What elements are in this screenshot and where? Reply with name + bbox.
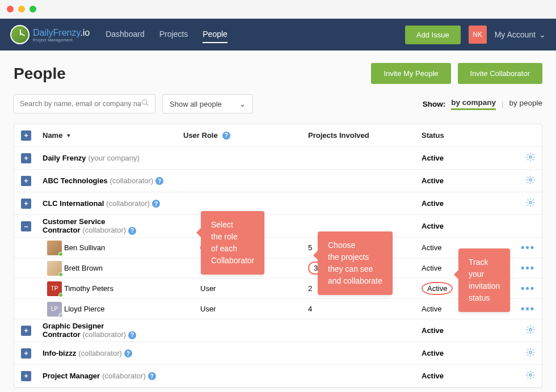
gear-icon[interactable] xyxy=(526,175,535,187)
gear-icon[interactable] xyxy=(526,348,535,359)
svg-point-3 xyxy=(529,179,532,181)
avatar[interactable] xyxy=(47,241,62,255)
svg-line-1 xyxy=(146,104,149,106)
person-role[interactable]: User xyxy=(200,284,308,293)
nav-people[interactable]: People xyxy=(203,26,228,43)
col-status: Status xyxy=(422,131,501,140)
col-projects: Projects Involved xyxy=(308,131,422,140)
status-text: Active xyxy=(422,176,501,185)
more-actions-icon[interactable]: ••• xyxy=(521,303,535,315)
status-text: Active xyxy=(422,222,501,230)
table-header: + Name▼ User Role? Projects Involved Sta… xyxy=(14,124,542,147)
people-filter-select[interactable]: Show all people ⌄ xyxy=(162,94,253,113)
show-by-people[interactable]: by people xyxy=(509,99,542,109)
callout-status: Track your invitation status xyxy=(458,248,510,312)
logo-text: DailyFrenzy.io Project Management xyxy=(33,28,90,42)
expand-icon[interactable]: + xyxy=(21,153,31,163)
status-text: Active xyxy=(422,154,501,162)
group-name: ABC Technologies xyxy=(43,176,108,185)
nav-projects[interactable]: Projects xyxy=(159,26,188,43)
person-name[interactable]: Timothy Peters xyxy=(64,284,200,293)
help-icon[interactable]: ? xyxy=(128,331,136,339)
search-input[interactable] xyxy=(20,100,141,108)
my-account-dropdown[interactable]: My Account ⌄ xyxy=(495,30,546,39)
avatar[interactable] xyxy=(47,261,62,276)
chevron-down-icon: ⌄ xyxy=(539,30,546,39)
table-row-group: + Info-bizzz(collaborator)? Active xyxy=(14,342,542,365)
svg-point-5 xyxy=(529,328,532,331)
maximize-window-icon[interactable] xyxy=(30,6,36,12)
col-name[interactable]: Name▼ xyxy=(43,131,183,140)
person-name[interactable]: Ben Sullivan xyxy=(64,243,200,252)
expand-icon[interactable]: + xyxy=(21,176,31,186)
presence-dot-icon xyxy=(58,293,63,297)
callout-projects: Choose the projects they can see and col… xyxy=(318,231,393,295)
show-by-company[interactable]: by company xyxy=(451,98,496,110)
logo[interactable]: DailyFrenzy.io Project Management xyxy=(10,25,90,44)
status-text: Active xyxy=(422,349,501,357)
gear-icon[interactable] xyxy=(526,325,535,336)
invite-collaborator-button[interactable]: Invite Collaborator xyxy=(458,63,543,84)
group-name: Info-bizzz xyxy=(43,349,76,357)
expand-icon[interactable]: + xyxy=(21,371,31,381)
close-window-icon[interactable] xyxy=(7,6,14,12)
more-actions-icon[interactable]: ••• xyxy=(521,283,535,294)
svg-point-2 xyxy=(529,156,532,158)
brand-name: DailyFrenzy xyxy=(33,28,80,37)
window-controls xyxy=(0,0,556,19)
avatar[interactable]: LP xyxy=(47,302,62,317)
expand-icon[interactable]: + xyxy=(21,326,31,336)
expand-icon[interactable]: + xyxy=(21,348,31,359)
presence-dot-icon xyxy=(58,252,63,256)
user-avatar[interactable]: NK xyxy=(469,26,487,44)
brand-tagline: Project Management xyxy=(33,38,90,42)
top-nav: DailyFrenzy.io Project Management Dashbo… xyxy=(0,19,556,50)
group-meta: (collaborator) xyxy=(78,349,122,357)
gear-icon[interactable] xyxy=(526,153,535,164)
help-icon[interactable]: ? xyxy=(222,132,230,140)
nav-right: Add Issue NK My Account ⌄ xyxy=(405,26,546,44)
collapse-icon[interactable]: – xyxy=(21,221,31,231)
callout-role: Select the role of each Collaborator xyxy=(201,211,264,275)
svg-point-0 xyxy=(142,100,147,104)
person-role[interactable]: User xyxy=(200,305,308,313)
presence-dot-icon xyxy=(58,272,63,277)
more-actions-icon[interactable]: ••• xyxy=(521,242,535,254)
gear-icon[interactable] xyxy=(526,198,535,209)
more-actions-icon[interactable]: ••• xyxy=(521,262,535,274)
invite-my-people-button[interactable]: Invite My People xyxy=(371,63,450,84)
col-role: User Role? xyxy=(183,131,308,140)
help-icon[interactable]: ? xyxy=(152,200,160,208)
group-meta: (collaborator) xyxy=(110,176,154,185)
nav-dashboard[interactable]: Dashboard xyxy=(106,26,145,43)
group-meta: (collaborator) xyxy=(106,199,150,208)
sort-caret-icon: ▼ xyxy=(66,133,71,138)
help-icon[interactable]: ? xyxy=(124,349,132,357)
table-row-group: + Daily Frenzy(your company) Active xyxy=(14,147,542,170)
group-name: Daily Frenzy xyxy=(43,154,86,162)
table-row-group: + CLC International(collaborator)? Activ… xyxy=(14,192,542,215)
add-issue-button[interactable]: Add Issue xyxy=(405,26,461,44)
group-meta: (collaborator) xyxy=(82,330,126,339)
person-name[interactable]: Lloyd Pierce xyxy=(64,305,200,313)
avatar[interactable]: TP xyxy=(47,281,62,296)
group-meta: (collaborator) xyxy=(102,372,146,380)
nav-links: Dashboard Projects People xyxy=(106,26,228,43)
help-icon[interactable]: ? xyxy=(148,372,156,380)
search-box[interactable] xyxy=(14,94,155,113)
table-row-group: + Graphic Designer Contractor(collaborat… xyxy=(14,319,542,342)
help-icon[interactable]: ? xyxy=(128,227,136,235)
gear-icon[interactable] xyxy=(526,370,535,382)
filter-bar: Show all people ⌄ Show: by company | by … xyxy=(14,94,542,113)
my-account-label: My Account xyxy=(495,30,536,39)
show-toggle: Show: by company | by people xyxy=(423,98,542,110)
minimize-window-icon[interactable] xyxy=(18,6,25,12)
status-text: Active xyxy=(422,199,501,208)
help-icon[interactable]: ? xyxy=(155,177,163,185)
select-value: Show all people xyxy=(170,100,222,108)
person-projects[interactable]: 4 xyxy=(308,305,422,313)
presence-dot-icon xyxy=(58,313,63,318)
expand-icon[interactable]: + xyxy=(21,199,31,209)
person-name[interactable]: Brett Brown xyxy=(64,264,200,272)
expand-all-icon[interactable]: + xyxy=(21,130,31,141)
